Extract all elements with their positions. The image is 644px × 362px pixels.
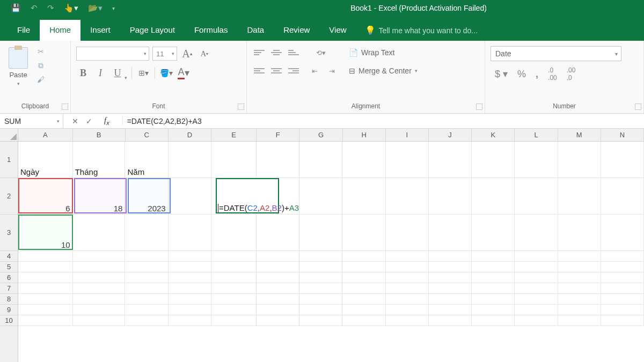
col-header[interactable]: K (472, 129, 515, 141)
cell[interactable] (299, 142, 342, 178)
cell[interactable] (429, 178, 472, 214)
tab-page-layout[interactable]: Page Layout (120, 20, 185, 41)
cell[interactable] (299, 215, 342, 250)
cell[interactable] (257, 215, 299, 250)
cell[interactable] (386, 142, 429, 178)
increase-indent-icon[interactable]: ⇥ (327, 64, 341, 77)
redo-icon[interactable]: ↷ (47, 3, 54, 13)
cell[interactable] (211, 142, 257, 178)
number-dialog-launcher[interactable] (635, 104, 641, 110)
comma-format-icon[interactable]: , (536, 69, 538, 80)
align-center-icon[interactable] (269, 64, 283, 77)
font-size-combo[interactable]: 11 (152, 47, 177, 61)
font-color-button[interactable]: A▾ (177, 65, 191, 80)
cell[interactable] (386, 178, 429, 214)
row-header[interactable]: 8 (0, 294, 18, 305)
cell[interactable] (429, 142, 472, 178)
alignment-dialog-launcher[interactable] (476, 104, 482, 110)
cell[interactable] (429, 215, 472, 250)
cell[interactable] (342, 215, 385, 250)
col-header[interactable]: F (257, 129, 299, 141)
cell[interactable] (472, 178, 515, 214)
number-format-combo[interactable]: Date (491, 46, 621, 61)
row-header[interactable]: 9 (0, 305, 18, 315)
row-header[interactable]: 2 (0, 178, 18, 215)
cell[interactable]: 6 (18, 178, 73, 214)
cell[interactable] (515, 142, 558, 178)
row-header[interactable]: 1 (0, 142, 18, 178)
cell[interactable] (601, 178, 644, 214)
clipboard-dialog-launcher[interactable] (62, 104, 68, 110)
col-header[interactable]: J (429, 129, 472, 141)
cell[interactable]: Ngày (18, 142, 73, 178)
cell[interactable]: Tháng (73, 142, 126, 178)
cell[interactable] (169, 215, 211, 250)
col-header[interactable]: E (211, 129, 257, 141)
col-header[interactable]: A (18, 129, 73, 141)
select-all-corner[interactable] (0, 129, 18, 142)
in-cell-formula[interactable]: =DATE(C2,A2,B2)+A3 (217, 178, 300, 213)
tab-home[interactable]: Home (40, 20, 80, 41)
enter-formula-icon[interactable]: ✓ (86, 117, 92, 125)
format-painter-icon[interactable]: 🖌 (35, 75, 46, 84)
decrease-font-icon[interactable]: A▾ (197, 46, 211, 61)
cell[interactable] (601, 215, 644, 250)
cell[interactable] (515, 178, 558, 214)
decrease-indent-icon[interactable]: ⇤ (310, 64, 324, 77)
col-header[interactable]: G (299, 129, 342, 141)
fx-icon[interactable]: fx (100, 116, 114, 126)
cell[interactable] (299, 178, 342, 214)
col-header[interactable]: H (343, 129, 386, 141)
row-header[interactable]: 5 (0, 262, 18, 272)
increase-font-icon[interactable]: A▴ (180, 46, 194, 61)
tab-file[interactable]: File (8, 20, 40, 41)
align-top-icon[interactable] (252, 46, 266, 59)
row-header[interactable]: 7 (0, 283, 18, 294)
row-header[interactable]: 3 (0, 215, 18, 251)
cell[interactable] (342, 142, 385, 178)
tab-insert[interactable]: Insert (80, 20, 120, 41)
tab-view[interactable]: View (319, 20, 356, 41)
cell[interactable] (125, 215, 168, 250)
cell[interactable] (342, 178, 385, 214)
row-header[interactable]: 10 (0, 315, 18, 326)
cell[interactable]: Năm (125, 142, 168, 178)
tab-review[interactable]: Review (274, 20, 319, 41)
orientation-icon[interactable]: ⟲▾ (314, 46, 328, 59)
cell[interactable] (472, 215, 515, 250)
bold-button[interactable]: B (76, 65, 90, 80)
cell[interactable] (211, 215, 257, 250)
align-middle-icon[interactable] (269, 46, 283, 59)
touch-mode-icon[interactable]: 👆▾ (64, 3, 78, 13)
cell[interactable] (558, 178, 601, 214)
cell[interactable] (515, 215, 558, 250)
font-name-combo[interactable] (76, 47, 149, 61)
copy-icon[interactable]: ⧉ (35, 61, 46, 70)
cell[interactable] (169, 178, 211, 214)
accounting-format-icon[interactable]: $ ▾ (495, 68, 508, 80)
wrap-text-button[interactable]: 📄 Wrap Text (349, 48, 418, 57)
cell-grid[interactable]: Ngày Tháng Năm 6 18 2023 (18, 142, 644, 326)
border-button[interactable]: ⊞▾ (136, 65, 150, 80)
cell[interactable]: 2023 (125, 178, 168, 214)
align-left-icon[interactable] (252, 64, 266, 77)
cell[interactable] (472, 142, 515, 178)
cell[interactable] (386, 215, 429, 250)
row-header[interactable]: 4 (0, 251, 18, 262)
decrease-decimal-icon[interactable]: .00.0 (567, 67, 576, 82)
formula-input[interactable]: =DATE(C2,A2,B2)+A3 (123, 117, 644, 125)
tab-formulas[interactable]: Formulas (185, 20, 238, 41)
underline-button[interactable]: U (111, 65, 125, 80)
cell[interactable] (558, 215, 601, 250)
col-header[interactable]: M (558, 129, 601, 141)
cell[interactable] (169, 142, 211, 178)
open-icon[interactable]: 📂▾ (88, 3, 103, 13)
cell[interactable]: 18 (73, 178, 126, 214)
col-header[interactable]: I (386, 129, 429, 141)
fill-color-button[interactable]: 🪣▾ (159, 65, 173, 80)
cut-icon[interactable]: ✂ (35, 47, 46, 56)
cell[interactable] (73, 215, 126, 250)
cell[interactable] (601, 142, 644, 178)
cell[interactable] (558, 142, 601, 178)
percent-format-icon[interactable]: % (517, 69, 526, 80)
